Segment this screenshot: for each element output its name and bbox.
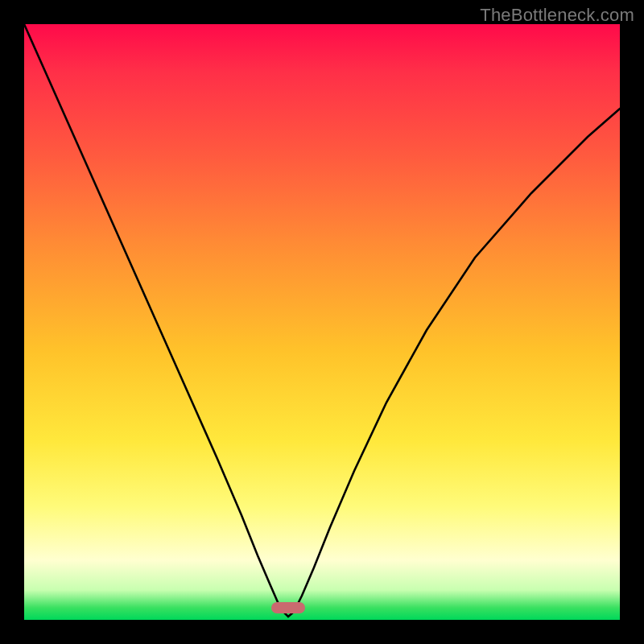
watermark-text: TheBottleneck.com [480,5,634,26]
bottleneck-curve [24,24,620,620]
target-zone-marker [271,602,305,613]
chart-frame [24,24,620,620]
